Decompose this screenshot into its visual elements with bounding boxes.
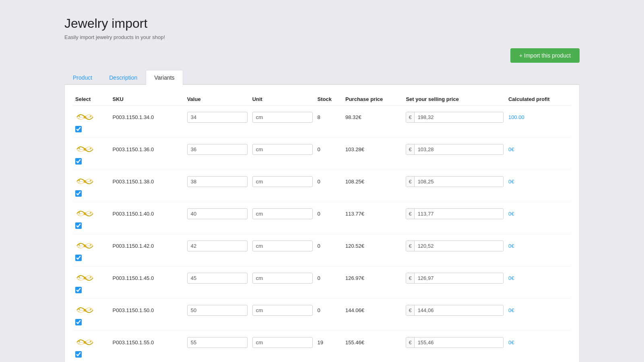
table-row: P003.1150.1.36.0 0 103.28€ € 0€ bbox=[73, 138, 571, 158]
variant-checkbox[interactable] bbox=[75, 319, 82, 325]
selling-price-input[interactable] bbox=[415, 305, 503, 315]
svg-point-7 bbox=[78, 180, 80, 181]
selling-price-input[interactable] bbox=[415, 337, 503, 348]
value-input[interactable] bbox=[187, 176, 248, 187]
stock-value: 0 bbox=[318, 275, 320, 281]
purchase-price-value: 144.06€ bbox=[345, 307, 364, 313]
unit-input[interactable] bbox=[252, 112, 313, 123]
variant-checkbox[interactable] bbox=[75, 351, 82, 358]
checkbox-row bbox=[73, 318, 571, 331]
unit-input[interactable] bbox=[252, 305, 313, 316]
unit-cell[interactable] bbox=[250, 106, 315, 125]
header-select: Select bbox=[73, 93, 110, 106]
variant-checkbox[interactable] bbox=[75, 222, 82, 229]
import-product-button[interactable]: + Import this product bbox=[510, 48, 580, 63]
purchase-price-cell: 108.25€ bbox=[343, 170, 403, 190]
profit-cell: 0€ bbox=[506, 138, 571, 158]
selling-price-cell[interactable]: € bbox=[403, 331, 506, 351]
value-input[interactable] bbox=[187, 305, 248, 316]
selling-price-cell[interactable]: € bbox=[403, 299, 506, 319]
selling-price-cell[interactable]: € bbox=[403, 170, 506, 190]
variant-checkbox[interactable] bbox=[75, 126, 82, 132]
tab-product[interactable]: Product bbox=[64, 70, 101, 85]
variant-checkbox[interactable] bbox=[75, 158, 82, 165]
unit-input[interactable] bbox=[252, 208, 313, 219]
euro-sign: € bbox=[406, 144, 414, 154]
value-cell[interactable] bbox=[185, 299, 250, 319]
unit-input[interactable] bbox=[252, 241, 313, 251]
unit-cell[interactable] bbox=[250, 170, 315, 190]
header-unit: Unit bbox=[250, 93, 315, 106]
sku-cell: P003.1150.1.42.0 bbox=[110, 234, 185, 254]
stock-cell: 8 bbox=[315, 106, 343, 125]
table-row: P003.1150.1.34.0 8 98.32€ € 100.00 bbox=[73, 106, 571, 125]
purchase-price-value: 103.28€ bbox=[345, 146, 364, 152]
header-profit: Calculated profit bbox=[506, 93, 571, 106]
value-cell[interactable] bbox=[185, 267, 250, 286]
value-input[interactable] bbox=[187, 112, 248, 123]
sku-value: P003.1150.1.40.0 bbox=[113, 211, 154, 217]
value-input[interactable] bbox=[187, 208, 248, 219]
value-cell[interactable] bbox=[185, 170, 250, 190]
value-input[interactable] bbox=[187, 273, 248, 284]
stock-value: 0 bbox=[318, 243, 320, 249]
profit-cell: 0€ bbox=[506, 234, 571, 254]
checkbox-cell bbox=[73, 286, 571, 299]
value-cell[interactable] bbox=[185, 331, 250, 351]
unit-cell[interactable] bbox=[250, 202, 315, 222]
unit-input[interactable] bbox=[252, 144, 313, 155]
sku-value: P003.1150.1.34.0 bbox=[113, 114, 154, 120]
value-input[interactable] bbox=[187, 144, 248, 155]
selling-price-cell[interactable]: € bbox=[403, 202, 506, 222]
selling-price-input[interactable] bbox=[415, 112, 503, 122]
unit-input[interactable] bbox=[252, 337, 313, 348]
euro-sign: € bbox=[406, 305, 414, 315]
svg-point-8 bbox=[90, 180, 91, 181]
variants-table: Select SKU Value Unit Stock Purchase pri… bbox=[73, 93, 571, 362]
profit-value: 0€ bbox=[508, 275, 514, 281]
unit-input[interactable] bbox=[252, 176, 313, 187]
selling-price-cell[interactable]: € bbox=[403, 234, 506, 254]
tab-variants[interactable]: Variants bbox=[146, 70, 183, 85]
variant-checkbox[interactable] bbox=[75, 287, 82, 293]
unit-cell[interactable] bbox=[250, 138, 315, 158]
selling-price-input[interactable] bbox=[415, 273, 503, 283]
value-input[interactable] bbox=[187, 337, 248, 348]
checkbox-cell bbox=[73, 318, 571, 331]
svg-point-20 bbox=[90, 309, 91, 310]
unit-cell[interactable] bbox=[250, 299, 315, 319]
selling-price-cell[interactable]: € bbox=[403, 106, 506, 125]
selling-price-input[interactable] bbox=[415, 241, 503, 251]
euro-sign: € bbox=[406, 241, 414, 251]
unit-cell[interactable] bbox=[250, 234, 315, 254]
sku-value: P003.1150.1.42.0 bbox=[113, 243, 154, 249]
table-row: P003.1150.1.42.0 0 120.52€ € 0€ bbox=[73, 234, 571, 254]
purchase-price-cell: 98.32€ bbox=[343, 106, 403, 125]
variant-checkbox[interactable] bbox=[75, 190, 82, 197]
selling-price-input[interactable] bbox=[415, 144, 503, 154]
checkbox-cell bbox=[73, 125, 571, 138]
profit-value: 0€ bbox=[508, 339, 514, 346]
product-thumbnail bbox=[73, 170, 110, 190]
value-cell[interactable] bbox=[185, 106, 250, 125]
svg-point-1 bbox=[78, 115, 80, 117]
profit-cell: 0€ bbox=[506, 299, 571, 319]
selling-price-cell[interactable]: € bbox=[403, 138, 506, 158]
unit-cell[interactable] bbox=[250, 331, 315, 351]
unit-cell[interactable] bbox=[250, 267, 315, 286]
value-cell[interactable] bbox=[185, 138, 250, 158]
stock-value: 0 bbox=[318, 146, 320, 152]
tab-description[interactable]: Description bbox=[101, 70, 146, 85]
variant-checkbox[interactable] bbox=[75, 255, 82, 261]
profit-value: 0€ bbox=[508, 146, 514, 152]
sku-cell: P003.1150.1.36.0 bbox=[110, 138, 185, 158]
value-cell[interactable] bbox=[185, 202, 250, 222]
value-cell[interactable] bbox=[185, 234, 250, 254]
unit-input[interactable] bbox=[252, 273, 313, 284]
selling-price-input[interactable] bbox=[415, 209, 503, 219]
selling-price-cell[interactable]: € bbox=[403, 267, 506, 286]
checkbox-row bbox=[73, 286, 571, 299]
selling-price-input[interactable] bbox=[415, 177, 503, 187]
profit-cell: 0€ bbox=[506, 331, 571, 351]
value-input[interactable] bbox=[187, 241, 248, 251]
